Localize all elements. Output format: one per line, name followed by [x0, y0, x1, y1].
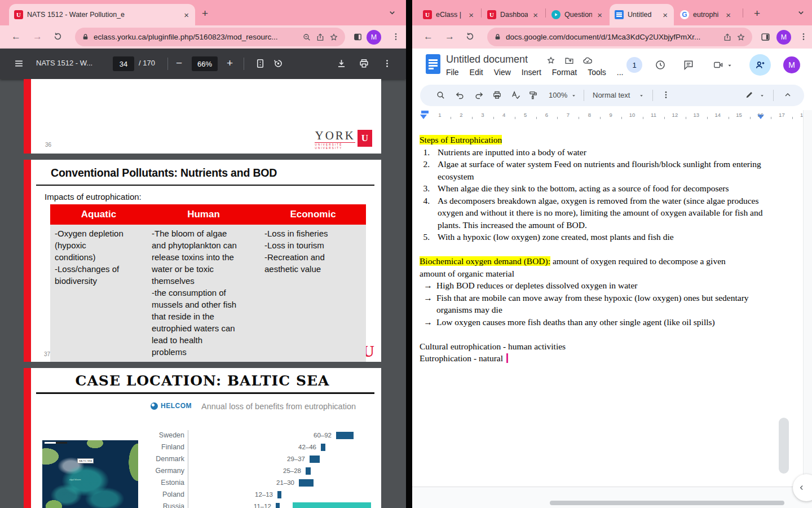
tab-close-icon[interactable]: × — [467, 11, 475, 19]
horizontal-scrollbar-thumb[interactable] — [550, 501, 784, 505]
move-to-folder-icon[interactable] — [564, 56, 574, 65]
iclicker-favicon — [551, 10, 561, 19]
redo-icon[interactable] — [474, 90, 484, 100]
chart-bar-poland — [277, 491, 281, 498]
tab-dashboard[interactable]: U Dashboa × — [482, 4, 544, 25]
chart-country-label: Denmark — [134, 455, 184, 463]
tab-search-chevron-icon[interactable] — [797, 8, 805, 17]
pdf-more-menu-icon[interactable] — [382, 59, 392, 68]
menu-edit[interactable]: Edit — [470, 68, 483, 77]
ruler-number: 17 — [779, 112, 785, 118]
profile-avatar[interactable]: M — [367, 30, 381, 45]
menu-insert[interactable]: Insert — [522, 68, 541, 77]
paint-format-icon[interactable] — [528, 90, 538, 100]
comments-icon[interactable] — [683, 59, 694, 71]
bookmark-star-icon[interactable] — [329, 33, 338, 42]
pdf-page-input[interactable]: 34 — [113, 56, 134, 71]
share-icon[interactable] — [316, 33, 325, 42]
table-cell-economic: -Loss in fisheries -Loss in tourism -Rec… — [260, 225, 366, 362]
address-bar[interactable]: eclass.yorku.ca/pluginfile.php/5160823/m… — [75, 28, 345, 46]
pdf-fit-page-icon[interactable] — [255, 58, 266, 69]
tab-close-icon[interactable]: × — [532, 11, 539, 19]
tab-eutrophication-search[interactable]: G eutrophi × — [675, 4, 737, 25]
profile-avatar[interactable]: M — [776, 30, 791, 45]
meet-dropdown-caret-icon[interactable] — [727, 63, 732, 68]
paragraph-style-select[interactable]: Normal text — [593, 91, 630, 99]
print-icon[interactable] — [492, 90, 502, 100]
ruler-tick — [472, 117, 473, 119]
pdf-slide-36: 36 YORK UNIVERSITÉ UNIVERSITY U — [24, 79, 381, 154]
ruler-number: 15 — [736, 112, 742, 118]
document-body[interactable]: Steps of Eutrophication 1. Nutrients are… — [420, 134, 766, 365]
chart-range-value: 29–37 — [287, 456, 305, 462]
menu-tools[interactable]: Tools — [588, 68, 606, 77]
pdf-zoom-level[interactable]: 66% — [192, 56, 218, 71]
bookmark-star-icon[interactable] — [736, 33, 745, 42]
docs-toolbar: 100% Normal text — [420, 85, 804, 106]
pdf-print-icon[interactable] — [359, 58, 369, 69]
tab-close-icon[interactable]: × — [661, 11, 669, 19]
cloud-saved-icon[interactable] — [582, 56, 593, 66]
arrow-bullet-icon: → — [420, 279, 436, 292]
reload-button[interactable] — [465, 32, 475, 41]
satellite-label: BALTIC SEA — [77, 458, 94, 463]
left-indent-marker[interactable] — [420, 115, 427, 119]
tab-title: Dashboa — [500, 11, 528, 19]
browser-menu-icon[interactable] — [799, 32, 808, 41]
side-panel-icon[interactable] — [353, 32, 363, 42]
pdf-menu-icon[interactable] — [14, 59, 24, 68]
hide-menus-chevron-icon[interactable] — [783, 90, 792, 99]
tab-untitled-document[interactable]: Untitled × — [610, 4, 674, 25]
first-line-indent-marker[interactable] — [421, 111, 429, 113]
tab-eclass[interactable]: U eClass | × — [418, 4, 480, 25]
version-history-icon[interactable] — [655, 59, 666, 71]
zoom-select[interactable]: 100% — [549, 91, 567, 99]
forward-button[interactable]: → — [445, 31, 454, 42]
new-tab-button[interactable]: + — [754, 7, 760, 20]
new-tab-button[interactable]: + — [202, 7, 208, 20]
back-button[interactable]: ← — [423, 31, 433, 42]
editing-mode-pen-icon[interactable] — [745, 90, 754, 99]
undo-icon[interactable] — [455, 90, 465, 100]
tab-close-icon[interactable]: × — [183, 11, 190, 19]
star-document-icon[interactable] — [546, 56, 555, 65]
menu-file[interactable]: File — [446, 68, 459, 77]
tab-search-chevron-icon[interactable] — [388, 8, 396, 17]
browser-menu-icon[interactable] — [391, 32, 400, 41]
pdf-zoom-out-button[interactable]: − — [176, 57, 182, 69]
docs-ruler[interactable]: 123456789101112131415161718 — [412, 111, 803, 120]
pdf-zoom-in-button[interactable]: + — [227, 57, 233, 69]
list-number: 1. — [420, 146, 438, 159]
pdf-rotate-icon[interactable] — [273, 58, 284, 69]
share-icon[interactable] — [723, 33, 732, 42]
url-text: eclass.yorku.ca/pluginfile.php/5160823/m… — [94, 33, 298, 41]
tab-close-icon[interactable]: × — [596, 11, 603, 19]
address-bar[interactable]: docs.google.com/document/d/1Mca3KdCy2UXb… — [487, 28, 752, 46]
spell-check-icon[interactable] — [510, 90, 520, 100]
account-avatar[interactable]: M — [783, 56, 800, 73]
pdf-download-icon[interactable] — [336, 58, 347, 69]
menu-format[interactable]: Format — [552, 68, 577, 77]
meet-video-icon[interactable] — [712, 60, 724, 70]
vertical-scrollbar-thumb[interactable] — [779, 418, 789, 474]
toolbar-overflow-icon[interactable] — [661, 90, 670, 99]
back-button[interactable]: ← — [11, 31, 21, 42]
reload-button[interactable] — [53, 32, 63, 41]
forward-button[interactable]: → — [33, 31, 42, 42]
york-university-logo: YORK UNIVERSITÉ UNIVERSITY U — [315, 130, 372, 150]
menu-overflow[interactable]: ... — [617, 68, 624, 77]
side-panel-icon[interactable] — [761, 32, 770, 42]
google-docs-logo[interactable] — [426, 54, 440, 74]
tab-close-icon[interactable]: × — [725, 11, 732, 19]
tab-question[interactable]: Question × — [546, 4, 608, 25]
eutrophication-impacts-table: Aquatic Human Economic -Oxygen depletion… — [50, 204, 366, 362]
document-page[interactable]: Steps of Eutrophication 1. Nutrients are… — [412, 120, 803, 487]
document-title[interactable]: Untitled document — [446, 54, 528, 65]
menu-view[interactable]: View — [494, 68, 511, 77]
share-button[interactable] — [749, 54, 771, 76]
collaborator-count-badge[interactable]: 1 — [626, 57, 642, 73]
search-menus-icon[interactable] — [436, 90, 445, 100]
ruler-tick — [536, 117, 537, 119]
zoom-indicator-icon[interactable] — [302, 33, 311, 42]
tab-water-pollution-pdf[interactable]: U NATS 1512 - Water Pollution_e × — [9, 4, 195, 25]
